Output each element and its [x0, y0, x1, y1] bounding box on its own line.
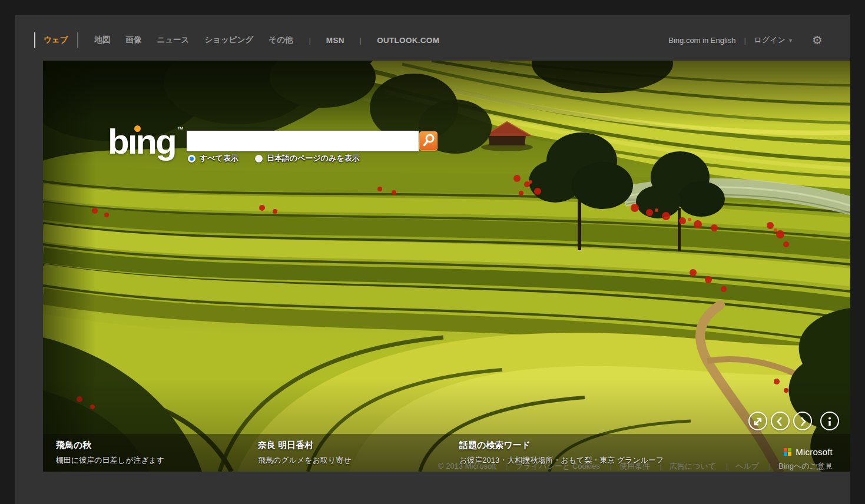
previous-image-button[interactable]	[771, 412, 790, 430]
bing-logo: bıng ™	[108, 124, 175, 160]
caption-title[interactable]: 飛鳥の秋	[56, 440, 164, 451]
info-icon	[823, 415, 837, 429]
chevron-left-icon	[773, 415, 787, 429]
magnifier-icon	[420, 132, 437, 150]
link-outlook[interactable]: OUTLOOK.COM	[377, 36, 439, 45]
footer-link-advertise[interactable]: 広告について	[652, 462, 717, 470]
link-msn[interactable]: MSN	[326, 36, 344, 45]
search-input[interactable]	[187, 131, 419, 151]
radio-japanese-only[interactable]	[255, 155, 263, 163]
trademark-symbol: ™	[177, 125, 184, 132]
hero-image-region: bıng ™ すべて表示 日本語のページのみを表示	[43, 61, 850, 472]
footer-link-help[interactable]: ヘルプ	[718, 462, 759, 470]
expand-icon	[751, 415, 765, 429]
nav-left-group: ウェブ 地図 画像 ニュース ショッピング その他 | MSN | OUTLOO…	[28, 31, 446, 49]
radio-japanese-only-label[interactable]: 日本語のページのみを表示	[267, 153, 360, 164]
footer-link-terms[interactable]: 使用条件	[602, 462, 649, 470]
footer-link-privacy[interactable]: プライバシーと Cookies	[498, 462, 600, 470]
nav-pipe: |	[360, 36, 362, 45]
bing-logo-text: bıng	[108, 124, 175, 160]
chevron-down-icon: ▾	[789, 37, 792, 44]
image-info-button[interactable]	[820, 412, 839, 430]
caption-title[interactable]: 奈良 明日香村	[258, 440, 351, 451]
caption-title[interactable]: 話題の検索ワード	[459, 440, 664, 451]
radio-show-all[interactable]	[188, 155, 195, 163]
tab-shopping[interactable]: ショッピング	[204, 35, 253, 45]
tab-more[interactable]: その他	[269, 35, 293, 45]
search-filters: すべて表示 日本語のページのみを表示	[188, 154, 376, 163]
login-button[interactable]: ログイン	[754, 35, 786, 45]
footer: © 2013 Microsoft プライバシーと Cookies 使用条件 広告…	[28, 461, 833, 472]
expand-image-button[interactable]	[748, 412, 767, 430]
footer-link-feedback[interactable]: Bingへのご意見	[761, 462, 833, 470]
next-image-button[interactable]	[793, 412, 812, 430]
tab-news[interactable]: ニュース	[157, 35, 189, 45]
nav-right-group: Bing.com in English | ログイン ▾ ⚙	[668, 31, 836, 49]
radio-show-all-label[interactable]: すべて表示	[200, 153, 238, 164]
nav-divider	[77, 32, 78, 48]
chevron-right-icon	[796, 415, 810, 429]
bing-homepage: ウェブ 地図 画像 ニュース ショッピング その他 | MSN | OUTLOO…	[0, 0, 865, 504]
nav-divider	[34, 32, 35, 48]
tab-web[interactable]: ウェブ	[44, 35, 68, 45]
microsoft-logo-icon	[784, 448, 791, 456]
bing-logo-dot	[134, 125, 141, 132]
search-bar	[187, 131, 439, 151]
search-button[interactable]	[419, 131, 438, 151]
tab-maps[interactable]: 地図	[94, 35, 110, 45]
gear-icon[interactable]: ⚙	[812, 34, 823, 46]
footer-copyright: © 2013 Microsoft	[438, 462, 496, 470]
link-english-version[interactable]: Bing.com in English	[668, 36, 735, 45]
page-background: ウェブ 地図 画像 ニュース ショッピング その他 | MSN | OUTLOO…	[15, 15, 850, 504]
nav-pipe: |	[744, 36, 745, 45]
microsoft-brand: Microsoft	[784, 447, 833, 457]
nav-pipe: |	[309, 36, 310, 45]
top-navigation: ウェブ 地図 画像 ニュース ショッピング その他 | MSN | OUTLOO…	[28, 28, 836, 52]
tab-images[interactable]: 画像	[125, 35, 141, 45]
microsoft-wordmark: Microsoft	[796, 447, 833, 457]
